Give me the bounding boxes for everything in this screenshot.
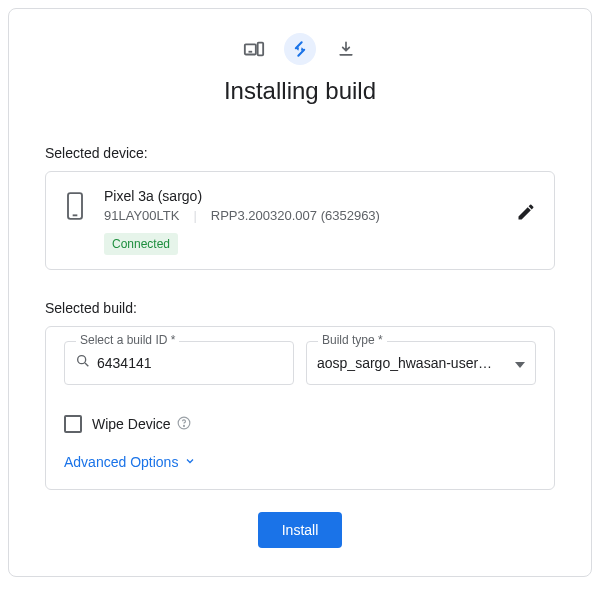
build-type-label: Build type * [318,333,387,347]
device-card: Pixel 3a (sargo) 91LAY00LTK | RPP3.20032… [45,171,555,270]
devices-icon [238,33,270,65]
status-badge: Connected [104,233,178,255]
device-info: Pixel 3a (sargo) 91LAY00LTK | RPP3.20032… [104,188,498,255]
chevron-down-icon [184,454,196,470]
selected-device-label: Selected device: [45,145,555,161]
download-icon [330,33,362,65]
install-button[interactable]: Install [258,512,343,548]
step-indicator [45,33,555,65]
phone-icon [64,192,86,224]
wipe-device-row: Wipe Device [64,415,536,433]
caret-down-icon [515,354,525,372]
build-type-field: Build type * aosp_sargo_hwasan-user… [306,341,536,385]
build-type-select[interactable]: aosp_sargo_hwasan-user… [306,341,536,385]
wipe-device-label: Wipe Device [92,416,191,433]
svg-point-5 [78,356,86,364]
transfer-icon [284,33,316,65]
build-id-field: Select a build ID * [64,341,294,385]
svg-point-8 [183,425,184,426]
device-serial: 91LAY00LTK [104,208,179,223]
build-card: Select a build ID * Build type * aosp_sa… [45,326,555,490]
advanced-options-toggle[interactable]: Advanced Options [64,454,196,470]
selected-build-label: Selected build: [45,300,555,316]
wipe-device-checkbox[interactable] [64,415,82,433]
svg-line-6 [85,363,88,366]
svg-rect-0 [245,44,256,54]
device-meta: 91LAY00LTK | RPP3.200320.007 (6352963) [104,208,498,223]
svg-rect-1 [258,43,264,56]
edit-device-button[interactable] [516,202,536,226]
page-title: Installing build [45,77,555,105]
build-id-input-box[interactable] [64,341,294,385]
search-icon [75,353,91,373]
build-id-label: Select a build ID * [76,333,179,347]
help-icon[interactable] [177,416,191,433]
build-type-value: aosp_sargo_hwasan-user… [317,355,509,371]
install-card: Installing build Selected device: Pixel … [8,8,592,577]
device-build-info: RPP3.200320.007 (6352963) [211,208,380,223]
build-id-input[interactable] [97,355,283,371]
device-name: Pixel 3a (sargo) [104,188,498,204]
